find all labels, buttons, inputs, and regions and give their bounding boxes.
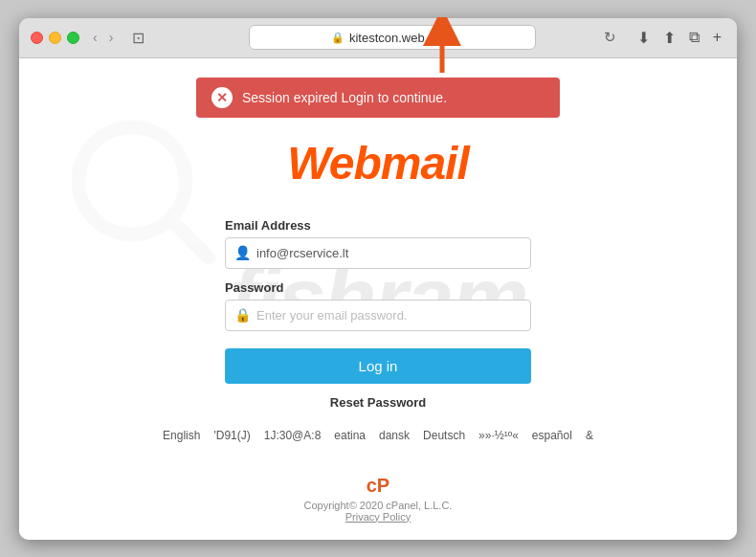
page-body: ✕ Session expired Login to continue. Web… xyxy=(19,58,737,540)
language-item[interactable]: English xyxy=(163,429,200,442)
email-input-wrapper: 👤 xyxy=(225,237,531,269)
maximize-traffic-light[interactable] xyxy=(67,32,79,44)
copyright-text: Copyright© 2020 cPanel, L.L.C. xyxy=(304,500,453,511)
url-text: kitestcon.web.app xyxy=(349,31,449,45)
language-item[interactable]: eatina xyxy=(334,429,366,442)
language-item[interactable]: & xyxy=(586,429,593,442)
privacy-policy-link[interactable]: Privacy Policy xyxy=(345,511,411,523)
share-button[interactable]: ⬆ xyxy=(659,27,679,49)
reset-password-link[interactable]: Reset Password xyxy=(225,395,531,410)
browser-titlebar: ‹ › ⊡ 🔒 kitestcon.web.app ↻ ⬇ ⬆ ⧉ + xyxy=(19,18,737,58)
minimize-traffic-light[interactable] xyxy=(49,32,61,44)
language-bar: English'D91(J)1J:30@A:8eatinadanskDeutsc… xyxy=(38,429,718,442)
webmail-logo: Webmail xyxy=(287,137,469,189)
sidebar-toggle-button[interactable]: ⊡ xyxy=(126,27,150,49)
password-input[interactable] xyxy=(225,300,531,331)
close-traffic-light[interactable] xyxy=(31,32,43,44)
user-icon: 👤 xyxy=(234,245,251,260)
lock-field-icon: 🔒 xyxy=(234,307,251,323)
lock-icon: 🔒 xyxy=(331,32,345,44)
alert-icon: ✕ xyxy=(211,87,233,108)
language-item[interactable]: 'D91(J) xyxy=(213,429,250,442)
password-label: Password xyxy=(225,280,531,295)
address-bar[interactable]: 🔒 kitestcon.web.app ↻ xyxy=(249,25,536,50)
email-label: Email Address xyxy=(225,218,531,233)
reload-button[interactable]: ↻ xyxy=(604,29,616,46)
language-item[interactable]: español xyxy=(532,429,572,442)
browser-window: ‹ › ⊡ 🔒 kitestcon.web.app ↻ ⬇ ⬆ ⧉ + fish… xyxy=(19,18,737,540)
cpanel-logo: cP xyxy=(304,475,453,497)
browser-content: fishram ✕ Session expired Login to conti… xyxy=(19,58,737,540)
download-button[interactable]: ⬇ xyxy=(634,27,654,49)
nav-buttons: ‹ › xyxy=(89,28,117,47)
address-bar-wrapper: 🔒 kitestcon.web.app ↻ xyxy=(160,25,623,50)
footer: cP Copyright© 2020 cPanel, L.L.C. Privac… xyxy=(297,467,460,530)
language-item[interactable]: »»·½¹º« xyxy=(478,429,519,442)
login-form: Email Address 👤 Password 🔒 Log in Reset … xyxy=(225,207,531,410)
traffic-lights xyxy=(31,32,79,44)
language-item[interactable]: Deutsch xyxy=(423,429,465,442)
email-input[interactable] xyxy=(225,237,531,269)
browser-toolbar-right: ⬇ ⬆ ⧉ + xyxy=(634,27,725,49)
login-button[interactable]: Log in xyxy=(225,348,531,384)
language-item[interactable]: 1J:30@A:8 xyxy=(264,429,322,442)
password-input-wrapper: 🔒 xyxy=(225,300,531,331)
alert-banner: ✕ Session expired Login to continue. xyxy=(196,78,560,118)
add-tab-button[interactable]: + xyxy=(709,27,725,48)
alert-message: Session expired Login to continue. xyxy=(242,90,447,105)
language-item[interactable]: dansk xyxy=(379,429,410,442)
forward-button[interactable]: › xyxy=(105,28,118,47)
back-button[interactable]: ‹ xyxy=(89,28,101,47)
new-tab-button[interactable]: ⧉ xyxy=(685,27,703,48)
